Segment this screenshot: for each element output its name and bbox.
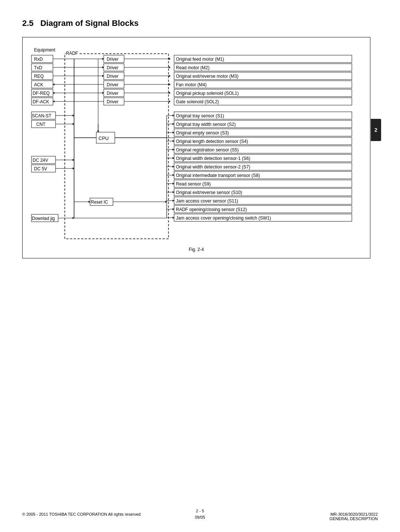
svg-text:Read motor (M2): Read motor (M2) [176, 65, 210, 70]
svg-marker-125 [173, 157, 174, 159]
svg-text:Downlad jig: Downlad jig [32, 216, 55, 221]
svg-marker-98 [53, 100, 54, 103]
svg-text:Equipment: Equipment [34, 47, 56, 53]
svg-text:Original pickup solenoid (SOL1: Original pickup solenoid (SOL1) [176, 91, 239, 96]
svg-marker-96 [102, 92, 104, 94]
svg-text:Original exit/reverse sensor (: Original exit/reverse sensor (S10) [176, 190, 242, 195]
svg-marker-86 [102, 66, 104, 68]
copyright-text: © 2005 - 2011 TOSHIBA TEC CORPORATION Al… [22, 512, 141, 516]
svg-text:Original empty sensor (S3): Original empty sensor (S3) [176, 130, 229, 135]
svg-text:Original tray width sensor (S2: Original tray width sensor (S2) [176, 122, 236, 127]
full-diagram: Equipment RADF RxD TxD REQ ACK [30, 43, 363, 243]
svg-text:Original registration sensor (: Original registration sensor (S5) [176, 147, 239, 153]
svg-marker-83 [102, 58, 104, 60]
svg-text:Gate solenoid (SOL2): Gate solenoid (SOL2) [176, 99, 219, 104]
svg-marker-91 [53, 83, 54, 86]
svg-text:RADF opening/closing sensor (S: RADF opening/closing sensor (S12) [176, 207, 247, 212]
svg-text:Driver: Driver [107, 99, 119, 104]
svg-marker-131 [173, 183, 174, 185]
svg-marker-139 [173, 217, 174, 219]
svg-text:Driver: Driver [107, 65, 119, 70]
model-number: MR-3018/3020/3021/3022 [330, 512, 378, 516]
svg-text:Original intermediate transpor: Original intermediate transport sensor (… [176, 173, 260, 178]
svg-text:Original exit/reverse motor (M: Original exit/reverse motor (M3) [176, 74, 239, 79]
svg-marker-155 [89, 201, 90, 203]
section-title: 2.5 Diagram of Signal Blocks [22, 19, 378, 28]
svg-marker-135 [173, 200, 174, 202]
svg-marker-94 [53, 92, 54, 94]
svg-marker-121 [173, 140, 174, 142]
page-number: 2 - 5 [195, 508, 205, 515]
svg-text:Driver: Driver [107, 57, 119, 62]
svg-text:Jam access cover opening/closi: Jam access cover opening/closing switch … [176, 215, 271, 221]
svg-text:DC 24V: DC 24V [33, 158, 48, 163]
diagram-container: 2 Equipment RADF RxD TxD REQ [22, 37, 370, 258]
svg-marker-147 [169, 83, 170, 86]
section-title-text: Diagram of Signal Blocks [40, 19, 139, 28]
svg-text:Original length detection sens: Original length detection sensor (S4) [176, 139, 248, 144]
svg-marker-117 [173, 123, 174, 125]
svg-marker-141 [169, 58, 170, 60]
svg-marker-143 [169, 66, 170, 68]
svg-text:DC 5V: DC 5V [34, 166, 47, 171]
svg-marker-129 [173, 174, 174, 176]
svg-text:RxD: RxD [34, 57, 43, 62]
svg-marker-115 [173, 114, 174, 117]
svg-text:TxD: TxD [34, 65, 42, 70]
svg-marker-133 [173, 191, 174, 193]
svg-text:Original width detection senso: Original width detection sensor-1 (S6) [176, 156, 250, 161]
side-tab: 2 [371, 119, 381, 141]
svg-text:Driver: Driver [107, 82, 119, 87]
svg-text:DF-ACK: DF-ACK [33, 99, 49, 104]
svg-text:Driver: Driver [107, 74, 119, 79]
svg-text:CNT: CNT [36, 122, 46, 127]
doc-type: GENERAL DESCRIPTION [330, 516, 378, 521]
page-date: 09/05 [195, 514, 205, 521]
svg-marker-119 [173, 131, 174, 134]
fig-caption-text: Fig. 2-4 [189, 247, 204, 252]
section-number: 2.5 [22, 19, 34, 28]
page-content: 2.5 Diagram of Signal Blocks 2 Equipment… [0, 0, 400, 273]
svg-marker-149 [169, 92, 170, 94]
svg-marker-137 [173, 208, 174, 210]
svg-marker-89 [102, 75, 104, 77]
svg-text:Fan motor (M4): Fan motor (M4) [176, 82, 207, 87]
svg-text:DF-REQ: DF-REQ [33, 91, 50, 96]
svg-text:Reset IC: Reset IC [91, 200, 108, 205]
svg-marker-123 [173, 148, 174, 151]
svg-text:Original tray sensor (S1): Original tray sensor (S1) [176, 113, 224, 118]
svg-text:SCAN-ST: SCAN-ST [32, 113, 51, 118]
page-number-area: 2 - 5 09/05 [195, 508, 205, 521]
svg-marker-127 [173, 165, 174, 168]
svg-text:Original width detection senso: Original width detection sensor-2 (S7) [176, 164, 250, 170]
svg-text:ACK: ACK [34, 82, 43, 87]
svg-text:RADF: RADF [66, 51, 78, 56]
svg-text:Original feed motor (M1): Original feed motor (M1) [176, 57, 224, 62]
svg-marker-151 [169, 100, 170, 103]
svg-text:Driver: Driver [107, 91, 119, 96]
diagram-svg: Equipment RADF RxD TxD REQ ACK [30, 43, 363, 243]
svg-text:Read sensor (S9): Read sensor (S9) [176, 181, 211, 187]
footer-right: MR-3018/3020/3021/3022 GENERAL DESCRIPTI… [330, 512, 378, 521]
fig-caption: Fig. 2-4 [27, 247, 366, 252]
svg-text:CPU: CPU [99, 135, 109, 141]
footer-left: © 2005 - 2011 TOSHIBA TEC CORPORATION Al… [22, 512, 141, 521]
svg-marker-145 [169, 75, 170, 77]
svg-text:Jam access cover sensor (S11): Jam access cover sensor (S11) [176, 198, 238, 204]
svg-text:REQ: REQ [34, 74, 44, 79]
